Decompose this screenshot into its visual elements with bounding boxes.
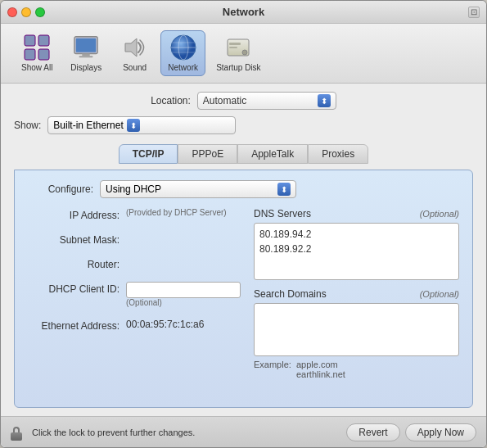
ethernet-address-row: Ethernet Address: 00:0a:95:7c:1c:a6 (28, 319, 241, 332)
dns-value-2: 80.189.92.2 (259, 242, 453, 256)
right-column: DNS Servers (Optional) 80.189.94.2 80.18… (254, 208, 459, 379)
bottom-buttons: Revert Apply Now (346, 423, 476, 441)
svg-marker-8 (125, 38, 137, 57)
configure-arrow-icon: ⬍ (277, 183, 291, 196)
configure-value: Using DHCP (106, 183, 161, 195)
dhcp-sub: (Optional) (126, 298, 241, 307)
toolbar-item-network[interactable]: Network (160, 30, 205, 76)
revert-button[interactable]: Revert (346, 423, 399, 441)
left-column: IP Address: (Provided by DHCP Server) Su… (28, 208, 241, 379)
two-column-layout: IP Address: (Provided by DHCP Server) Su… (28, 208, 459, 379)
main-window: Network ⊡ Show All (0, 0, 487, 448)
apply-now-button[interactable]: Apply Now (405, 423, 476, 441)
search-domains-optional: (Optional) (420, 289, 459, 299)
ip-address-label: IP Address: (28, 208, 126, 221)
ip-address-row: IP Address: (Provided by DHCP Server) (28, 208, 241, 221)
dhcp-value-group: (Optional) (126, 282, 241, 307)
dns-section: DNS Servers (Optional) 80.189.94.2 80.18… (254, 208, 459, 280)
lock-icon[interactable] (11, 424, 25, 441)
dns-values-box[interactable]: 80.189.94.2 80.189.92.2 (254, 223, 459, 280)
svg-rect-1 (38, 35, 49, 46)
tabs-bar: TCP/IP PPPoE AppleTalk Proxies (14, 144, 473, 164)
sound-icon (122, 34, 148, 61)
svg-rect-3 (38, 49, 49, 60)
dns-optional: (Optional) (420, 209, 459, 219)
show-all-label: Show All (21, 63, 52, 72)
show-row: Show: Built-in Ethernet ⬍ (14, 116, 473, 134)
maximize-button[interactable] (35, 7, 45, 17)
search-domains-label: Search Domains (254, 288, 327, 300)
dns-label: DNS Servers (254, 208, 311, 219)
displays-icon (73, 34, 99, 61)
search-domains-box[interactable] (254, 303, 459, 356)
startup-disk-icon (225, 34, 251, 61)
toolbar: Show All Displays (1, 24, 486, 84)
show-label: Show: (14, 120, 41, 131)
network-icon (170, 34, 196, 61)
location-select[interactable]: Automatic ⬍ (197, 92, 336, 110)
tab-proxies[interactable]: Proxies (308, 144, 368, 164)
svg-rect-5 (76, 38, 96, 52)
svg-rect-7 (79, 56, 93, 57)
startup-disk-label: Startup Disk (216, 63, 260, 72)
ip-address-value-group: (Provided by DHCP Server) (126, 208, 227, 217)
dhcp-label: DHCP Client ID: (28, 282, 126, 295)
tab-panel: Configure: Using DHCP ⬍ IP Address: (Pro… (14, 170, 473, 408)
title-bar: Network ⊡ (1, 1, 486, 24)
show-value: Built-in Ethernet (53, 120, 123, 131)
bottom-bar: Click the lock to prevent further change… (1, 416, 486, 447)
ip-address-sub: (Provided by DHCP Server) (126, 208, 227, 217)
tab-tcpip[interactable]: TCP/IP (119, 144, 178, 164)
configure-label: Configure: (28, 183, 93, 195)
window-title: Network (223, 6, 264, 18)
lock-body (11, 432, 22, 441)
sound-label: Sound (123, 63, 147, 72)
search-domains-section: Search Domains (Optional) Example: apple… (254, 288, 459, 379)
minimize-button[interactable] (21, 7, 31, 17)
location-arrow-icon: ⬍ (318, 94, 331, 107)
displays-label: Displays (70, 63, 101, 72)
lock-shackle (13, 427, 20, 432)
svg-rect-2 (25, 49, 35, 60)
example-text: Example: apple.com earthlink.net (254, 360, 459, 379)
dns-value-1: 80.189.94.2 (259, 227, 453, 242)
subnet-mask-row: Subnet Mask: (28, 233, 241, 246)
toolbar-item-startup-disk[interactable]: Startup Disk (209, 30, 268, 76)
ethernet-label: Ethernet Address: (28, 319, 126, 332)
router-label: Router: (28, 257, 126, 270)
dns-header: DNS Servers (Optional) (254, 208, 459, 219)
svg-rect-6 (83, 54, 90, 57)
ethernet-value: 00:0a:95:7c:1c:a6 (126, 319, 204, 330)
dhcp-client-id-row: DHCP Client ID: (Optional) (28, 282, 241, 307)
toolbar-item-displays[interactable]: Displays (63, 30, 109, 76)
content-area: Location: Automatic ⬍ Show: Built-in Eth… (1, 84, 486, 416)
configure-row: Configure: Using DHCP ⬍ (28, 180, 459, 198)
traffic-lights (7, 7, 45, 17)
router-row: Router: (28, 257, 241, 270)
svg-point-15 (242, 50, 247, 55)
tab-appletalk[interactable]: AppleTalk (237, 144, 308, 164)
resize-button[interactable]: ⊡ (468, 7, 480, 18)
lock-text: Click the lock to prevent further change… (32, 428, 340, 437)
svg-rect-0 (25, 35, 35, 46)
location-value: Automatic (203, 95, 314, 106)
toolbar-item-sound[interactable]: Sound (112, 30, 157, 76)
dhcp-client-id-input[interactable] (126, 282, 241, 298)
show-select[interactable]: Built-in Ethernet ⬍ (47, 116, 236, 134)
configure-select[interactable]: Using DHCP ⬍ (100, 180, 296, 198)
search-domains-header: Search Domains (Optional) (254, 288, 459, 300)
close-button[interactable] (7, 7, 17, 17)
svg-rect-16 (229, 43, 241, 45)
toolbar-item-show-all[interactable]: Show All (14, 30, 60, 76)
show-arrow-icon: ⬍ (127, 119, 140, 132)
location-label: Location: (151, 95, 191, 106)
subnet-mask-label: Subnet Mask: (28, 233, 126, 246)
tab-pppoe[interactable]: PPPoE (178, 144, 237, 164)
location-row: Location: Automatic ⬍ (14, 92, 473, 110)
show-all-icon (24, 34, 50, 61)
network-label: Network (168, 63, 198, 72)
svg-rect-17 (229, 47, 237, 48)
